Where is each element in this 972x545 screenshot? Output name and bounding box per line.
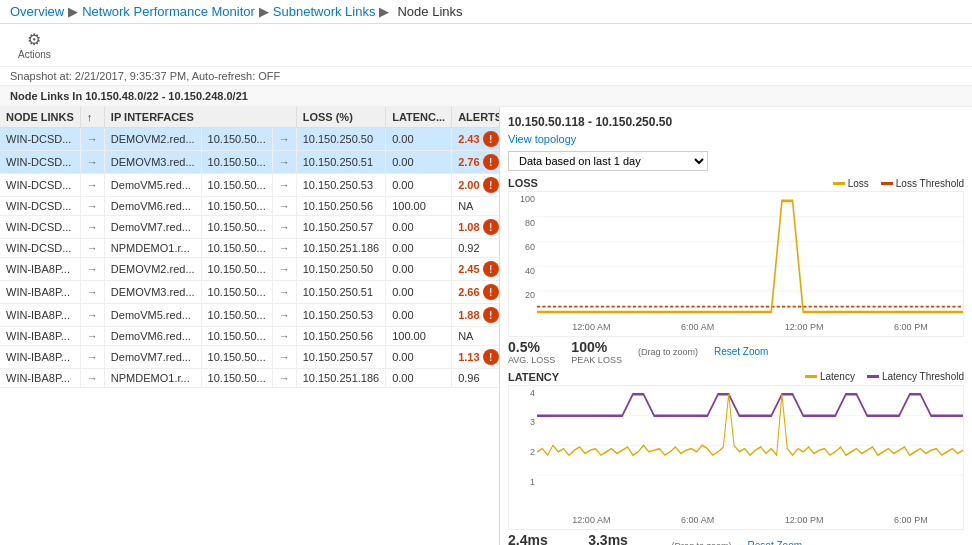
cell-ip3: 10.150.250.50 [296, 128, 385, 151]
loss-chart-label: LOSS [508, 177, 538, 189]
peak-loss-stat: 100% PEAK LOSS [571, 339, 622, 365]
loss-legend: Loss Loss Threshold [833, 178, 964, 189]
breadcrumb-subnetwork[interactable]: Subnetwork Links [273, 4, 376, 19]
table-container[interactable]: NODE LINKS ↑ IP INTERFACES LOSS (%) LATE… [0, 107, 499, 545]
cell-ip3: 10.150.251.186 [296, 369, 385, 388]
cell-latency: 2.43 ! [452, 128, 499, 151]
avg-loss-label: AVG. LOSS [508, 355, 555, 365]
cell-arrow: → [80, 258, 104, 281]
breadcrumb-overview[interactable]: Overview [10, 4, 64, 19]
col-node-links[interactable]: NODE LINKS [0, 107, 80, 128]
left-panel: NODE LINKS ↑ IP INTERFACES LOSS (%) LATE… [0, 107, 500, 545]
loss-x-labels: 12:00 AM6:00 AM12:00 PM6:00 PM [537, 318, 963, 336]
loss-chart-block: LOSS Loss Loss Threshold 10 [508, 177, 964, 367]
col-ip-interfaces[interactable]: IP INTERFACES [104, 107, 296, 128]
cell-arrow: → [80, 216, 104, 239]
cell-arrow: → [80, 281, 104, 304]
table-row[interactable]: WIN-DCSD... → DemoVM6.red... 10.150.50..… [0, 197, 499, 216]
peak-loss-value: 100% [571, 339, 622, 355]
latency-legend-latency: Latency [805, 371, 855, 382]
loss-reset-zoom[interactable]: Reset Zoom [714, 346, 768, 357]
cell-latency: NA [452, 327, 499, 346]
loss-legend-threshold: Loss Threshold [881, 178, 964, 189]
table-row[interactable]: WIN-DCSD... → DEMOVM3.red... 10.150.50..… [0, 151, 499, 174]
col-alerts[interactable]: ALERTS [452, 107, 499, 128]
cell-loss: 0.00 [386, 174, 452, 197]
table-row[interactable]: WIN-IBA8P... → DemoVM6.red... 10.150.50.… [0, 327, 499, 346]
time-range-select[interactable]: Data based on last 1 day Data based on l… [508, 151, 708, 171]
cell-arr: → [272, 281, 296, 304]
table-row[interactable]: WIN-IBA8P... → DEMOVM3.red... 10.150.50.… [0, 281, 499, 304]
loss-threshold-dot [881, 182, 893, 185]
cell-loss: 100.00 [386, 197, 452, 216]
latency-legend-threshold: Latency Threshold [867, 371, 964, 382]
cell-latency: 2.00 ! [452, 174, 499, 197]
dropdown-row: Data based on last 1 day Data based on l… [508, 151, 964, 171]
cell-node: WIN-DCSD... [0, 239, 80, 258]
avg-latency-value: 2.4ms [508, 532, 572, 545]
avg-loss-stat: 0.5% AVG. LOSS [508, 339, 555, 365]
cell-ip2: 10.150.50... [201, 327, 272, 346]
cell-ip2: 10.150.50... [201, 239, 272, 258]
col-loss[interactable]: LOSS (%) [296, 107, 385, 128]
node-links-table: NODE LINKS ↑ IP INTERFACES LOSS (%) LATE… [0, 107, 499, 388]
cell-node: WIN-IBA8P... [0, 327, 80, 346]
view-topology-link[interactable]: View topology [508, 133, 964, 145]
col-latency[interactable]: LATENC... [386, 107, 452, 128]
table-row[interactable]: WIN-IBA8P... → NPMDEMO1.r... 10.150.50..… [0, 369, 499, 388]
cell-ip1: DemoVM7.red... [104, 346, 201, 369]
snapshot-text: Snapshot at: 2/21/2017, 9:35:37 PM, Auto… [10, 70, 280, 82]
table-row[interactable]: WIN-DCSD... → NPMDEMO1.r... 10.150.50...… [0, 239, 499, 258]
cell-ip1: NPMDEMO1.r... [104, 369, 201, 388]
cell-ip3: 10.150.250.57 [296, 216, 385, 239]
latency-threshold-dot [867, 375, 879, 378]
cell-ip1: DEMOVM3.red... [104, 281, 201, 304]
loss-chart-wrapper: 10080604020 [508, 191, 964, 337]
table-row[interactable]: WIN-DCSD... → DemoVM5.red... 10.150.50..… [0, 174, 499, 197]
cell-node: WIN-DCSD... [0, 174, 80, 197]
actions-label: Actions [18, 49, 51, 60]
breadcrumb-npm[interactable]: Network Performance Monitor [82, 4, 255, 19]
cell-node: WIN-IBA8P... [0, 258, 80, 281]
table-row[interactable]: WIN-IBA8P... → DemoVM7.red... 10.150.50.… [0, 346, 499, 369]
latency-chart-stats: 2.4ms AVG. LATENCY 3.3ms PEAK LATENCY (D… [508, 530, 964, 545]
cell-ip3: 10.150.251.186 [296, 239, 385, 258]
peak-loss-label: PEAK LOSS [571, 355, 622, 365]
table-row[interactable]: WIN-IBA8P... → DemoVM5.red... 10.150.50.… [0, 304, 499, 327]
latency-reset-zoom[interactable]: Reset Zoom [748, 540, 802, 546]
cell-node: WIN-IBA8P... [0, 369, 80, 388]
loss-chart-area [537, 192, 963, 316]
node-pair-title: 10.150.50.118 - 10.150.250.50 [508, 115, 964, 129]
latency-legend-label: Latency [820, 371, 855, 382]
loss-legend-label: Loss [848, 178, 869, 189]
cell-ip1: DemoVM5.red... [104, 304, 201, 327]
cell-ip1: DemoVM6.red... [104, 327, 201, 346]
cell-node: WIN-DCSD... [0, 216, 80, 239]
right-panel: 10.150.50.118 - 10.150.250.50 View topol… [500, 107, 972, 545]
cell-arrow: → [80, 327, 104, 346]
avg-latency-stat: 2.4ms AVG. LATENCY [508, 532, 572, 545]
cell-arr: → [272, 197, 296, 216]
cell-node: WIN-DCSD... [0, 128, 80, 151]
cell-ip2: 10.150.50... [201, 369, 272, 388]
table-row[interactable]: WIN-DCSD... → DEMOVM2.red... 10.150.50..… [0, 128, 499, 151]
cell-arrow: → [80, 304, 104, 327]
cell-node: WIN-IBA8P... [0, 346, 80, 369]
cell-loss: 0.00 [386, 346, 452, 369]
cell-loss: 0.00 [386, 128, 452, 151]
loss-chart-svg [537, 192, 963, 316]
cell-arr: → [272, 258, 296, 281]
actions-button[interactable]: ⚙ Actions [10, 28, 59, 62]
latency-chart-svg [537, 386, 963, 510]
cell-arrow: → [80, 128, 104, 151]
cell-node: WIN-IBA8P... [0, 304, 80, 327]
cell-latency: 1.88 ! [452, 304, 499, 327]
cell-ip3: 10.150.250.53 [296, 304, 385, 327]
cell-node: WIN-IBA8P... [0, 281, 80, 304]
cell-arr: → [272, 216, 296, 239]
loss-chart-header: LOSS Loss Loss Threshold [508, 177, 964, 189]
table-row[interactable]: WIN-IBA8P... → DEMOVM2.red... 10.150.50.… [0, 258, 499, 281]
cell-ip2: 10.150.50... [201, 216, 272, 239]
cell-latency: 0.96 [452, 369, 499, 388]
table-row[interactable]: WIN-DCSD... → DemoVM7.red... 10.150.50..… [0, 216, 499, 239]
